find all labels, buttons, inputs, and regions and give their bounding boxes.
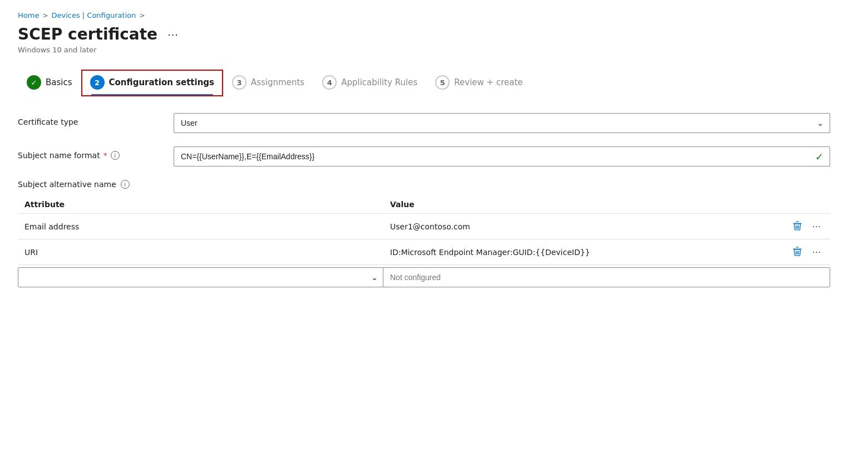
breadcrumb-home[interactable]: Home [18,11,39,19]
san-label: Subject alternative name [18,180,116,189]
step-applicability-circle: 4 [322,75,337,90]
san-add-row: ⌄ [18,267,830,287]
san-info-icon[interactable]: i [121,180,130,189]
subject-name-format-input[interactable] [174,146,830,167]
san-add-attribute-select[interactable] [18,267,383,287]
step-configuration-underline [91,94,214,95]
san-table-row: Email address User1@contoso.com ··· [18,214,830,239]
san-row-delete-button-1[interactable] [791,245,803,259]
step-assignments[interactable]: 3 Assignments [223,70,313,96]
subject-name-format-row: Subject name format * i ✓ [18,146,830,167]
step-review-label: Review + create [454,77,522,87]
subject-alternative-name-section: Subject alternative name i Attribute Val… [18,180,830,287]
san-row-more-button-1[interactable]: ··· [810,246,823,258]
san-row-value-0: User1@contoso.com [383,214,749,239]
subject-name-format-check-icon: ✓ [815,151,823,163]
san-row-actions-container-1: ··· [756,245,823,259]
san-row-more-button-0[interactable]: ··· [810,221,823,233]
ellipsis-menu-button[interactable]: ··· [164,27,182,42]
svg-rect-1 [796,221,799,222]
step-assignments-label: Assignments [251,77,304,87]
san-row-attribute-0: Email address [18,214,383,239]
san-row-attribute-1: URI [18,239,383,265]
trash-icon [792,246,802,256]
breadcrumb-sep2: > [140,12,145,19]
certificate-type-control: User ⌄ [174,113,830,133]
form-section: Certificate type User ⌄ Subject name for… [18,113,830,287]
san-table-row: URI ID:Microsoft Endpoint Manager:GUID:{… [18,239,830,265]
certificate-type-label: Certificate type [18,113,174,126]
subject-name-format-info-icon[interactable]: i [111,151,120,160]
step-configuration-label: Configuration settings [109,77,215,87]
svg-rect-6 [796,247,799,247]
step-review-circle: 5 [435,75,450,90]
subject-name-format-label: Subject name format * i [18,146,174,160]
san-col-attribute-header: Attribute [18,195,383,214]
breadcrumb-sep1: > [42,12,48,19]
subject-name-format-control: ✓ [174,146,830,167]
san-table-header-row: Attribute Value [18,195,830,214]
step-basics[interactable]: ✓ Basics [18,70,81,96]
san-row-delete-button-0[interactable] [791,219,803,233]
certificate-type-row: Certificate type User ⌄ [18,113,830,133]
trash-icon [792,221,802,231]
san-table: Attribute Value Email address User1@cont… [18,195,830,265]
wizard-steps: ✓ Basics 2 Configuration settings 3 Assi… [18,70,850,96]
san-row-actions-1: ··· [749,239,830,265]
step-configuration-circle: 2 [90,75,105,90]
san-col-value-header: Value [383,195,749,214]
san-row-actions-container-0: ··· [756,219,823,233]
step-review[interactable]: 5 Review + create [426,70,531,96]
step-applicability[interactable]: 4 Applicability Rules [313,70,426,96]
step-assignments-circle: 3 [232,75,246,90]
san-add-value-input[interactable] [383,267,830,287]
san-row-actions-0: ··· [749,214,830,239]
certificate-type-select-wrapper: User ⌄ [174,113,830,133]
page-title: SCEP certificate [18,25,157,43]
step-applicability-label: Applicability Rules [341,77,417,87]
page-subtitle: Windows 10 and later [18,46,850,54]
required-star: * [103,151,107,160]
subject-name-format-input-wrapper: ✓ [174,146,830,167]
breadcrumb: Home > Devices | Configuration > [18,11,850,19]
step-configuration[interactable]: 2 Configuration settings [81,70,224,96]
san-add-attribute-wrapper: ⌄ [18,267,383,287]
step-basics-circle: ✓ [27,75,41,90]
san-label-row: Subject alternative name i [18,180,830,189]
san-col-actions-header [749,195,830,214]
step-basics-label: Basics [46,77,72,87]
breadcrumb-devices[interactable]: Devices | Configuration [51,11,136,19]
certificate-type-select[interactable]: User [174,113,830,133]
san-row-value-1: ID:Microsoft Endpoint Manager:GUID:{{Dev… [383,239,749,265]
